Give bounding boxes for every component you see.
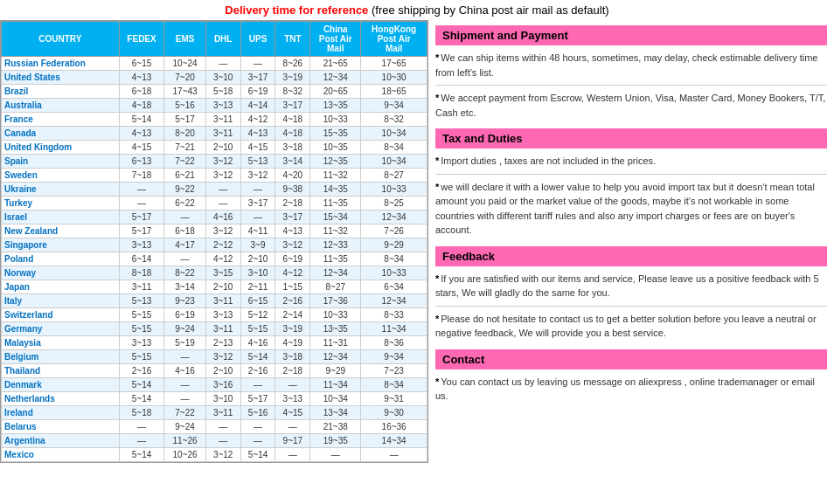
table-cell-value: 9~17 [275,434,310,448]
table-cell-country: Denmark [2,378,120,392]
table-cell-value: 4~14 [240,99,275,113]
table-cell-value: 9~34 [361,350,427,364]
table-cell-value: 8~34 [361,141,427,155]
table-cell-country: Poland [2,252,120,266]
table-cell-value: 11~35 [310,252,361,266]
table-cell-value: 5~16 [164,99,205,113]
table-cell-value: 3~13 [205,308,240,322]
table-cell-value: 7~20 [164,71,205,85]
table-cell-value: 15~34 [310,211,361,224]
col-ems: EMS [164,22,205,57]
feedback-line-2: Please do not hesitate to contact us to … [435,312,827,341]
table-cell-value: 5~15 [119,308,164,322]
table-row: Ukraine—9~22——9~3814~3510~33 [2,183,427,197]
table-row: Norway8~188~223~153~104~1212~3410~33 [2,266,427,280]
table-cell-value: 3~11 [205,113,240,127]
table-cell-country: Argentina [2,434,120,448]
table-cell-value: 2~12 [205,238,240,252]
table-cell-value: 11~32 [310,169,361,183]
table-cell-value: 7~26 [361,224,427,238]
table-cell-value: — [119,197,164,211]
table-row: Netherlands5~14—3~105~173~1310~349~31 [2,392,427,406]
table-row: Thailand2~164~162~102~162~189~297~23 [2,364,427,378]
table-cell-value: 4~17 [164,238,205,252]
table-cell-value: 2~10 [205,141,240,155]
table-row: United States4~137~203~103~173~1912~3410… [2,71,427,85]
table-row: Canada4~138~203~114~134~1815~3510~34 [2,127,427,141]
divider-1 [435,85,827,86]
table-row: Singapore3~134~172~123~93~1212~339~29 [2,238,427,252]
table-cell-value: 6~18 [164,224,205,238]
table-cell-value: 5~14 [240,448,275,462]
table-cell-value: — [240,211,275,224]
table-cell-value: — [275,448,310,462]
table-cell-value: 2~10 [240,252,275,266]
table-cell-value: 8~36 [361,336,427,350]
table-cell-value: 4~12 [240,113,275,127]
tax-header: Tax and Duties [435,128,827,148]
table-cell-country: Switzerland [2,308,120,322]
table-cell-value: — [275,420,310,434]
table-cell-value: 11~34 [361,322,427,336]
table-cell-value: — [164,350,205,364]
table-cell-country: Norway [2,266,120,280]
table-cell-value: 8~34 [361,378,427,392]
table-cell-value: 17~65 [361,57,427,71]
table-cell-country: Israel [2,211,120,224]
table-cell-value: 3~10 [205,392,240,406]
feedback-header: Feedback [435,246,827,266]
table-cell-value: 5~14 [119,392,164,406]
table-cell-country: Australia [2,99,120,113]
table-row: Australia4~185~163~134~143~1713~359~34 [2,99,427,113]
table-cell-value: 4~13 [275,224,310,238]
table-cell-value: 4~13 [240,127,275,141]
table-cell-value: 6~18 [119,85,164,99]
table-cell-value: 5~14 [119,378,164,392]
table-cell-country: Sweden [2,169,120,183]
table-cell-value: — [240,434,275,448]
table-cell-value: 8~25 [361,197,427,211]
table-cell-value: 6~34 [361,280,427,294]
table-cell-value: 4~15 [275,406,310,420]
table-cell-country: United Kingdom [2,141,120,155]
title-sub: (free shipping by China post air mail as… [372,3,609,17]
table-cell-value: 5~13 [240,155,275,169]
table-cell-value: 8~22 [164,266,205,280]
table-row: Belarus—9~24———21~3816~36 [2,420,427,434]
table-cell-value: 9~24 [164,420,205,434]
table-cell-value: 11~34 [310,378,361,392]
table-cell-value: — [205,434,240,448]
table-cell-value: 5~14 [240,350,275,364]
table-cell-country: Thailand [2,364,120,378]
table-cell-value: 2~18 [275,364,310,378]
table-cell-value: 12~34 [310,71,361,85]
title-bar: Delivery time for reference (free shippi… [0,0,834,20]
table-cell-value: — [205,420,240,434]
table-cell-value: 8~26 [275,57,310,71]
table-cell-value: 14~35 [310,183,361,197]
table-cell-country: Japan [2,280,120,294]
table-cell-country: Ireland [2,406,120,420]
table-cell-value: 8~32 [275,85,310,99]
table-cell-country: Spain [2,155,120,169]
table-cell-value: 4~13 [119,127,164,141]
shipment-line-1: We can ship items within 48 hours, somet… [435,51,827,79]
col-hk-post: HongKongPost AirMail [361,22,427,57]
table-cell-value: — [164,211,205,224]
table-header-row: COUNTRY FEDEX EMS DHL UPS TNT ChinaPost … [2,22,427,57]
table-cell-value: 7~22 [164,155,205,169]
table-cell-country: Belarus [2,420,120,434]
table-row: Germany5~159~243~115~153~1913~3511~34 [2,322,427,336]
table-cell-value: 16~36 [361,420,427,434]
table-cell-country: Brazil [2,85,120,99]
table-cell-value: 10~35 [310,141,361,155]
table-cell-value: 10~33 [361,183,427,197]
table-cell-value: 6~15 [119,57,164,71]
table-row: Argentina—11~26——9~1719~3514~34 [2,434,427,448]
table-cell-country: United States [2,71,120,85]
table-cell-value: 3~15 [205,266,240,280]
table-cell-value: 2~16 [119,364,164,378]
table-cell-value: 11~31 [310,336,361,350]
table-cell-value: 18~65 [361,85,427,99]
col-fedex: FEDEX [119,22,164,57]
